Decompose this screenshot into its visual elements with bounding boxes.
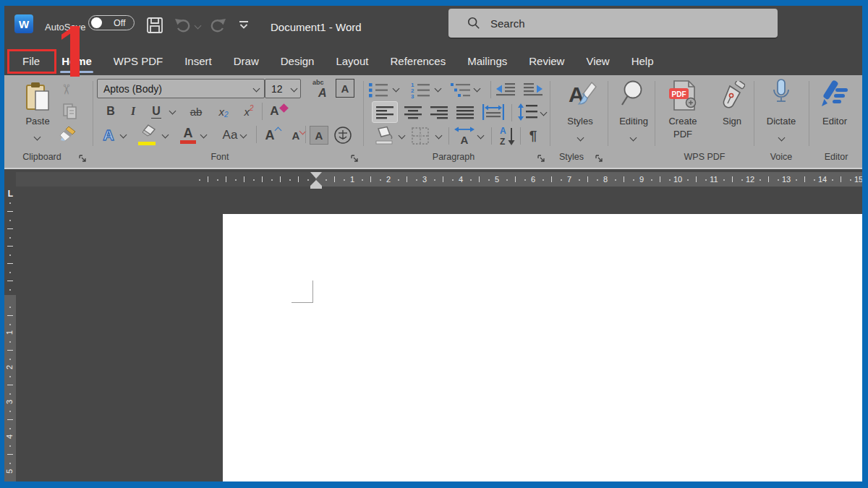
highlight-color-button[interactable] [136,124,159,146]
editing-chevron[interactable] [630,134,637,142]
font-color-button[interactable]: A [177,124,199,146]
tab-references[interactable]: References [379,48,456,75]
line-spacing-button[interactable] [516,103,538,124]
multilevel-chevron[interactable] [474,85,481,93]
document-page[interactable] [223,214,862,481]
create-pdf-button-line2[interactable]: PDF [657,129,709,141]
save-icon[interactable] [146,17,163,34]
character-border-button[interactable]: A [336,79,354,98]
line-spacing-chevron[interactable] [540,109,548,116]
format-painter-icon[interactable] [59,126,77,142]
justify-button[interactable] [455,105,475,119]
tab-insert[interactable]: Insert [174,48,223,75]
character-shading-button[interactable]: A [310,126,328,145]
styles-dialog-launcher-icon[interactable] [595,154,603,163]
paste-button[interactable]: Paste [14,116,61,128]
tab-layout[interactable]: Layout [325,48,379,75]
customize-quick-access-icon[interactable] [239,20,249,30]
tab-design[interactable]: Design [270,48,326,75]
tab-review[interactable]: Review [518,48,575,75]
horizontal-ruler[interactable]: 123456789101112131415 [16,172,862,187]
search-box[interactable]: Search [448,9,778,38]
grow-font-button[interactable]: A [262,124,284,146]
styles-icon[interactable]: A [569,80,597,111]
ruler-tick [7,454,13,455]
bullets-chevron[interactable] [393,85,400,93]
styles-chevron[interactable] [577,134,584,142]
paste-dropdown-chevron[interactable] [34,134,41,141]
tab-mailings[interactable]: Mailings [456,48,518,75]
change-case-button[interactable]: Aa [217,124,243,146]
paragraph-dialog-launcher-icon[interactable] [537,154,545,163]
decrease-indent-button[interactable] [495,82,516,99]
create-pdf-icon[interactable]: PDF [668,80,699,116]
tab-draw[interactable]: Draw [223,48,270,75]
strikethrough-button[interactable]: ab [184,101,208,121]
numbering-chevron[interactable] [435,85,442,93]
text-effects-chevron[interactable] [120,132,127,139]
dictate-button[interactable]: Dictate [758,116,804,128]
shading-chevron[interactable] [399,132,406,140]
highlight-chevron[interactable] [162,132,169,139]
borders-button[interactable] [411,127,430,147]
italic-button[interactable]: I [124,101,142,121]
tab-view[interactable]: View [575,48,620,75]
subscript-button[interactable]: x2 [213,101,234,121]
dictate-chevron[interactable] [778,134,786,142]
sign-icon[interactable] [718,81,745,114]
tab-wps-pdf[interactable]: WPS PDF [103,48,174,75]
underline-button[interactable]: U [146,101,166,121]
font-name-combo[interactable]: Aptos (Body) [97,79,265,98]
underline-dropdown-chevron[interactable] [169,108,176,115]
distribute-button[interactable] [481,103,506,124]
autosave-toggle[interactable]: Off [88,15,135,30]
dictate-icon[interactable] [771,77,791,112]
editor-icon[interactable] [820,79,849,114]
copy-icon[interactable] [62,103,78,120]
asian-layout-button[interactable]: A [453,126,476,148]
multilevel-list-button[interactable] [450,81,472,101]
left-indent-marker[interactable] [310,186,322,189]
vertical-ruler[interactable]: 12345 [4,189,16,481]
undo-dropdown-chevron[interactable] [195,22,202,30]
enclose-characters-button[interactable] [333,125,353,145]
align-center-button[interactable] [403,105,423,119]
borders-chevron[interactable] [435,132,443,140]
paste-icon[interactable] [25,81,51,111]
hanging-indent-marker[interactable] [310,180,322,186]
clear-formatting-button[interactable]: A [266,101,291,121]
toggle-knob [91,17,102,28]
create-pdf-button[interactable]: Create [657,116,709,128]
styles-button[interactable]: Styles [554,116,606,128]
font-size-combo[interactable]: 12 [265,79,301,98]
numbered-list-button[interactable]: 1 2 3 [409,81,431,101]
text-effects-button[interactable]: A [98,124,119,146]
increase-indent-button[interactable] [523,82,543,99]
editing-icon[interactable] [619,80,645,110]
sort-button[interactable]: A Z [497,125,517,149]
clipboard-dialog-launcher-icon[interactable] [78,154,87,163]
asian-layout-chevron[interactable] [477,132,485,140]
align-right-button[interactable] [429,105,449,119]
ruler-tick [7,281,13,281]
ruler-tick [814,179,815,181]
editor-button[interactable]: Editor [813,116,856,128]
tab-help[interactable]: Help [621,48,665,75]
editing-button[interactable]: Editing [610,116,657,128]
first-line-indent-marker[interactable] [310,172,322,179]
word-logo-icon[interactable]: W [14,14,33,33]
align-left-button[interactable] [372,101,398,123]
undo-icon[interactable] [174,17,192,33]
superscript-button[interactable]: x2 [238,101,260,121]
redo-icon[interactable] [208,17,227,33]
font-color-chevron[interactable] [200,132,208,139]
bold-button[interactable]: B [101,101,121,121]
font-dialog-launcher-icon[interactable] [350,154,359,163]
shading-button[interactable] [373,126,395,148]
show-hide-marks-button[interactable]: ¶ [524,126,542,146]
shrink-font-button[interactable]: A [288,124,310,146]
sign-button[interactable]: Sign [712,116,752,128]
cut-icon[interactable]: ✂ [58,84,75,95]
bullet-list-button[interactable] [367,81,389,101]
phonetic-guide-button[interactable]: abc A [311,78,333,98]
